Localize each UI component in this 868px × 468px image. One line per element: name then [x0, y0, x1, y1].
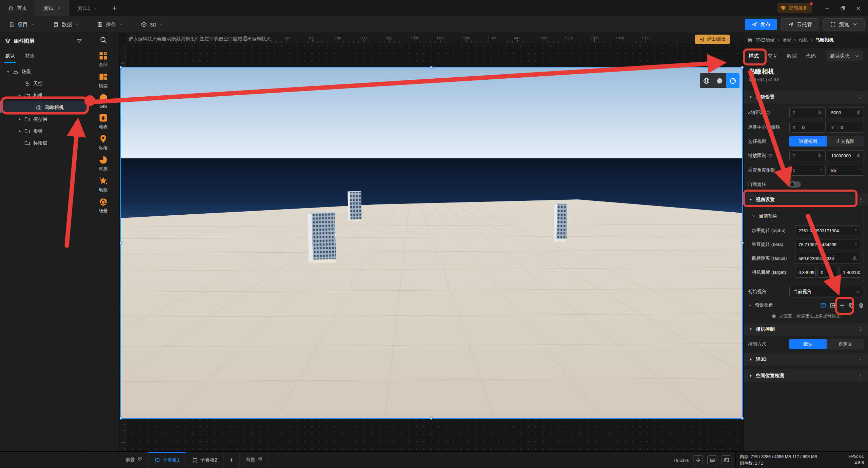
copy-icon[interactable] — [849, 303, 854, 308]
search-icon[interactable] — [100, 36, 107, 44]
tab-home[interactable]: 首页 — [0, 0, 35, 16]
subboard-2-tab[interactable]: 子看板2 — [186, 452, 224, 468]
selection-handle[interactable] — [430, 417, 433, 420]
caret-down-icon[interactable] — [6, 70, 10, 74]
textured-view-button[interactable] — [726, 73, 739, 88]
target-y-input[interactable]: 0 — [817, 267, 838, 278]
background-tab[interactable]: 背景 — [240, 452, 269, 468]
layers-tab-default[interactable]: 默认 — [5, 49, 15, 63]
perspective-view-option[interactable]: 透视视图 — [789, 136, 827, 147]
custom-service-badge[interactable]: 定制服务 — [777, 3, 812, 13]
filter-icon[interactable] — [77, 38, 82, 44]
strip-item-标绘[interactable]: 标绘 — [99, 134, 108, 151]
tree-item-天空[interactable]: 天空 — [0, 78, 87, 90]
alpha-input[interactable]: 2761.019933171904° — [795, 225, 860, 236]
selection-handle[interactable] — [741, 66, 744, 69]
restore-button[interactable] — [835, 6, 850, 11]
tab-project-2[interactable]: 测试1 — [69, 0, 106, 16]
state-dropdown[interactable]: 默认状态 — [826, 51, 863, 61]
new-tab-button[interactable] — [106, 0, 123, 16]
delete-icon[interactable] — [858, 303, 864, 308]
section-camera-control[interactable]: 相机控制 — [744, 323, 868, 335]
strip-item-GIS[interactable]: GIS — [99, 93, 108, 109]
tree-item-鸟瞰相机[interactable]: 鸟瞰相机 — [0, 101, 87, 113]
close-tab-icon[interactable] — [57, 6, 61, 10]
strip-item-动效[interactable]: 动效 — [99, 176, 108, 193]
default-mode-option[interactable]: 默认 — [789, 339, 827, 349]
layers-tab-material[interactable]: 材质 — [25, 49, 35, 63]
menu-actions[interactable]: 操作 — [88, 16, 132, 33]
exit-edit-button[interactable]: 退出编辑 — [695, 35, 730, 44]
more-icon[interactable] — [859, 95, 863, 100]
z-axis-min-input[interactable]: 1米 — [789, 107, 826, 118]
zoom-limit-max-input[interactable]: 10000000米 — [828, 150, 864, 161]
vertical-angle-max-input[interactable]: 85° — [828, 165, 864, 176]
screen-offset-y-input[interactable]: Y0 — [828, 122, 864, 133]
zoom-percentage[interactable]: 76.51% — [673, 458, 689, 463]
preview-button[interactable]: 预览 — [823, 18, 865, 31]
tree-item-场景[interactable]: 场景 — [0, 66, 87, 78]
foreground-tab[interactable]: 前景 — [119, 452, 149, 468]
caret-right-icon[interactable] — [18, 129, 22, 133]
menu-project[interactable]: 项目 — [0, 16, 44, 33]
screen-offset-x-input[interactable]: X0 — [789, 122, 826, 133]
properties-tab-代码[interactable]: 代码 — [806, 53, 816, 59]
ortho-view-option[interactable]: 正交视图 — [827, 136, 864, 147]
breadcrumb-item[interactable]: 鸟瞰相机 — [815, 37, 833, 43]
z-axis-max-input[interactable]: 5000米 — [828, 107, 864, 118]
zoom-limit-min-input[interactable]: 1米 — [789, 150, 826, 161]
tree-item-相机[interactable]: 相机 — [0, 90, 87, 101]
target-z-input[interactable]: 1.4001339 — [840, 267, 860, 278]
add-circle-icon[interactable] — [138, 456, 142, 461]
selection-handle[interactable] — [741, 241, 744, 245]
selection-handle[interactable] — [741, 417, 744, 420]
current-view-header[interactable]: 当前视角 — [748, 210, 864, 222]
tree-item-形状[interactable]: 形状 — [0, 125, 87, 137]
solid-view-button[interactable] — [713, 73, 726, 88]
menu-data[interactable]: 数据 — [44, 16, 88, 33]
fit-screen-button[interactable] — [693, 455, 703, 465]
breadcrumb-item[interactable]: 场景 — [782, 37, 791, 43]
add-preset-icon[interactable] — [839, 303, 845, 308]
properties-tab-数据[interactable]: 数据 — [787, 53, 797, 59]
wireframe-view-button[interactable] — [700, 73, 713, 88]
strip-item-地表[interactable]: 地表 — [99, 113, 108, 130]
properties-tab-交互[interactable]: 交互 — [768, 53, 778, 59]
caret-down-icon[interactable] — [18, 94, 22, 98]
more-icon[interactable] — [859, 327, 863, 332]
radius-input[interactable]: 589.62300441334米 — [795, 253, 860, 264]
strip-item-材质[interactable]: 材质 — [99, 155, 108, 172]
menu-3d[interactable]: 3D — [132, 16, 173, 33]
close-button[interactable] — [850, 6, 866, 11]
more-icon[interactable] — [859, 373, 863, 378]
target-x-input[interactable]: 0.340097 — [795, 267, 816, 278]
close-tab-icon[interactable] — [94, 6, 98, 10]
selection-handle[interactable] — [430, 66, 433, 69]
tab-project-1[interactable]: 测试 — [35, 0, 69, 16]
section-space-detect[interactable]: 空间位置检测 — [744, 370, 868, 382]
custom-mode-option[interactable]: 自定义 — [827, 339, 864, 349]
beta-input[interactable]: 78.7108271434295° — [795, 239, 860, 250]
help-icon[interactable] — [766, 110, 771, 115]
console-button[interactable] — [722, 455, 731, 465]
publish-button[interactable]: 发布 — [745, 19, 777, 30]
breadcrumb-item[interactable]: 相机 — [799, 37, 808, 43]
breadcrumb-item[interactable]: 3D空场景 — [755, 37, 775, 43]
section-basic-settings[interactable]: 基础设置 — [744, 91, 868, 103]
subboard-1-tab[interactable]: 子看板1 — [149, 452, 186, 468]
help-icon[interactable] — [768, 153, 773, 158]
canvas-area[interactable]: 1002003004005006007008009001000110012001… — [120, 33, 744, 451]
auto-rotate-toggle[interactable] — [789, 181, 801, 188]
properties-tab-样式[interactable]: 样式 — [749, 53, 759, 59]
vertical-angle-min-input[interactable]: 1° — [789, 165, 826, 176]
strip-item-模型[interactable]: 模型 — [99, 72, 108, 89]
minimize-button[interactable] — [819, 6, 835, 11]
cloud-host-button[interactable]: 云托管 — [781, 18, 819, 31]
more-icon[interactable] — [859, 357, 863, 362]
tree-item-模型层[interactable]: 模型层 — [0, 113, 87, 125]
3d-viewport[interactable] — [120, 67, 743, 419]
table-view-icon[interactable] — [820, 303, 826, 308]
shortcuts-button[interactable] — [707, 455, 717, 465]
caret-right-icon[interactable] — [18, 117, 22, 121]
layout-view-icon[interactable] — [830, 303, 835, 308]
